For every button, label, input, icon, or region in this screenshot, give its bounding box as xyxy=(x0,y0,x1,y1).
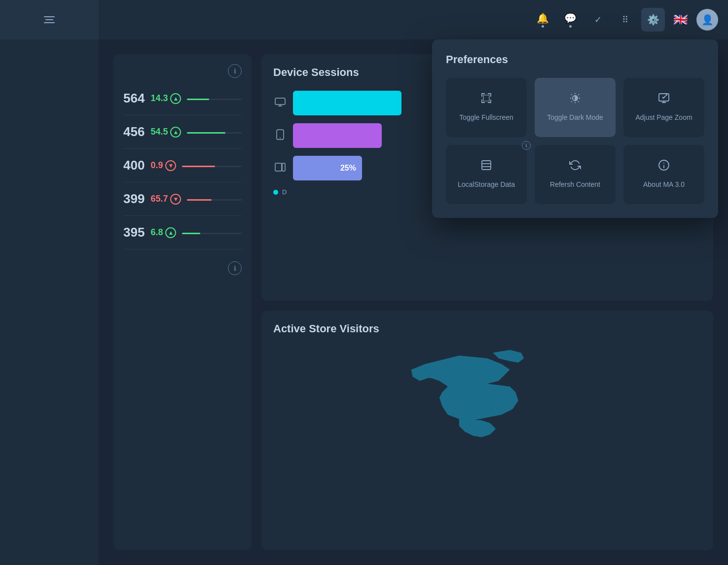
stats-info-icon-bottom[interactable]: ℹ xyxy=(228,261,242,275)
tablet-icon xyxy=(273,163,287,174)
zoom-label: Adjust Page Zoom xyxy=(635,113,692,123)
stat-item-1: 564 14.3 ▲ xyxy=(123,82,242,115)
stat-number-3: 0.9 xyxy=(150,160,163,171)
world-map xyxy=(273,347,701,446)
map-area xyxy=(273,347,701,446)
stat-number-1: 14.3 xyxy=(150,93,168,104)
chat-icon: 💬 xyxy=(564,12,577,24)
user-avatar[interactable]: 👤 xyxy=(696,9,718,31)
up-arrow-icon-2: ▲ xyxy=(170,127,181,138)
pref-refresh[interactable]: Refersh Content xyxy=(535,145,616,204)
localstorage-info-badge: ℹ xyxy=(522,141,531,150)
svg-rect-5 xyxy=(483,95,489,101)
svg-rect-8 xyxy=(482,161,491,170)
sidebar-toggle-area[interactable] xyxy=(0,0,99,39)
darkmode-icon xyxy=(569,92,581,107)
down-arrow-icon-4: ▼ xyxy=(170,194,181,205)
header-icons: 🔔 💬 ✓ ⠿ ⚙️ 🇬🇧 👤 xyxy=(531,8,718,32)
check-icon: ✓ xyxy=(594,14,602,25)
sliders-icon[interactable] xyxy=(44,16,55,23)
fullscreen-icon xyxy=(480,92,492,107)
preferences-overlay: Preferences Toggle Fullscreen Toggle D xyxy=(432,39,718,218)
stat-number-2: 54.5 xyxy=(150,127,168,137)
fullscreen-label: Toggle Fullscreen xyxy=(459,113,513,123)
svg-rect-3 xyxy=(275,163,282,171)
stat-change-2: 54.5 ▲ xyxy=(150,127,181,138)
about-info-icon xyxy=(658,159,670,174)
up-arrow-icon-5: ▲ xyxy=(165,227,176,238)
pref-adjust-zoom[interactable]: Adjust Page Zoom xyxy=(623,78,704,137)
stat-value-5: 395 xyxy=(123,225,145,240)
preferences-grid: Toggle Fullscreen Toggle Dark Mode xyxy=(446,78,704,204)
stat-change-5: 6.8 ▲ xyxy=(150,227,176,238)
stat-change-3: 0.9 ▼ xyxy=(150,160,176,171)
gear-button[interactable]: ⚙️ xyxy=(641,8,665,32)
active-visitors-card: Active Store Visitors xyxy=(261,311,713,551)
stat-item-5: 395 6.8 ▲ xyxy=(123,216,242,249)
legend-text: D xyxy=(282,188,287,196)
svg-rect-0 xyxy=(275,98,285,105)
pref-localstorage[interactable]: ℹ LocalStorage Data xyxy=(446,145,527,204)
refresh-icon xyxy=(569,159,581,174)
tablet-bar: 25% xyxy=(293,156,362,180)
mobile-bar xyxy=(293,123,382,148)
gear-icon: ⚙️ xyxy=(647,14,659,26)
stat-item-2: 456 54.5 ▲ xyxy=(123,115,242,149)
pref-toggle-dark-mode[interactable]: Toggle Dark Mode xyxy=(535,78,616,137)
sidebar xyxy=(0,39,99,565)
stats-panel: ℹ 564 14.3 ▲ 456 54.5 ▲ xyxy=(113,54,252,550)
pref-about[interactable]: About MA 3.0 xyxy=(623,145,704,204)
tablet-pct-label: 25% xyxy=(340,164,356,173)
bell-button[interactable]: 🔔 xyxy=(531,8,554,32)
stat-value-2: 456 xyxy=(123,124,145,140)
stat-item-4: 399 65.7 ▼ xyxy=(123,182,242,216)
stat-number-5: 6.8 xyxy=(150,227,163,238)
pref-toggle-fullscreen[interactable]: Toggle Fullscreen xyxy=(446,78,527,137)
grid-button[interactable]: ⠿ xyxy=(614,8,637,32)
mobile-icon xyxy=(273,129,287,142)
header: 🔔 💬 ✓ ⠿ ⚙️ 🇬🇧 👤 xyxy=(0,0,728,39)
storage-label: LocalStorage Data xyxy=(458,180,515,190)
stat-value-3: 400 xyxy=(123,158,145,173)
preferences-title: Preferences xyxy=(446,53,704,66)
svg-rect-4 xyxy=(282,163,285,171)
stats-info-icon[interactable]: ℹ xyxy=(228,64,242,78)
avatar-image: 👤 xyxy=(701,14,714,26)
desktop-bar xyxy=(293,91,401,115)
bell-icon: 🔔 xyxy=(537,12,549,24)
stat-number-4: 65.7 xyxy=(150,194,168,204)
stat-change-1: 14.3 ▲ xyxy=(150,93,181,104)
darkmode-label: Toggle Dark Mode xyxy=(547,113,603,123)
chat-dot xyxy=(569,25,572,28)
grid-icon: ⠿ xyxy=(622,14,629,25)
up-arrow-icon-1: ▲ xyxy=(170,93,181,104)
flag-icon: 🇬🇧 xyxy=(673,13,688,27)
stat-item-3: 400 0.9 ▼ xyxy=(123,149,242,182)
stat-value-4: 399 xyxy=(123,191,145,207)
stat-change-4: 65.7 ▼ xyxy=(150,194,181,205)
about-label: About MA 3.0 xyxy=(643,180,685,190)
legend-dot xyxy=(273,190,278,195)
refresh-label: Refersh Content xyxy=(550,180,600,190)
stat-value-1: 564 xyxy=(123,91,145,106)
desktop-icon xyxy=(273,98,287,109)
check-button[interactable]: ✓ xyxy=(586,8,610,32)
svg-point-2 xyxy=(280,138,281,139)
visitors-title: Active Store Visitors xyxy=(273,322,701,335)
storage-icon xyxy=(480,159,492,174)
chat-button[interactable]: 💬 xyxy=(558,8,582,32)
language-selector[interactable]: 🇬🇧 xyxy=(669,8,692,32)
bell-dot xyxy=(542,25,544,28)
zoom-icon xyxy=(658,92,670,107)
down-arrow-icon-3: ▼ xyxy=(165,160,176,171)
